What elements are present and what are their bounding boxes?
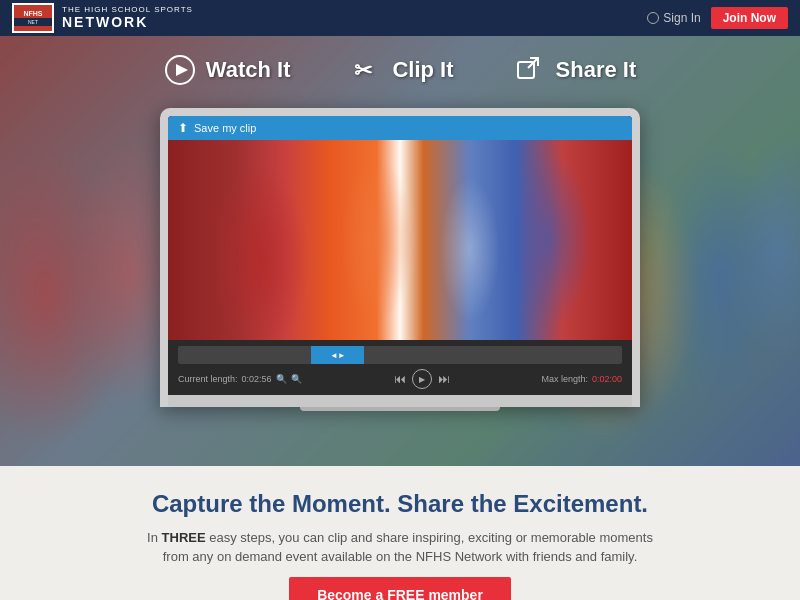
clip-icon: ✂: [350, 54, 382, 86]
play-icon: ▶: [419, 375, 425, 384]
desc-part2: easy steps, you can clip and share inspi…: [206, 530, 653, 545]
header-nav: Sign In Join Now: [647, 7, 788, 29]
zoom-out-icon[interactable]: 🔍: [291, 374, 302, 384]
join-now-button[interactable]: Join Now: [711, 7, 788, 29]
controls-right: Max length: 0:02:00: [541, 374, 622, 384]
site-name-bottom: NETWORK: [62, 14, 193, 31]
svg-text:✂: ✂: [354, 58, 373, 83]
watch-icon: [164, 54, 196, 86]
sign-in-button[interactable]: Sign In: [647, 11, 700, 25]
desc-bold: THREE: [162, 530, 206, 545]
step-share-label: Share It: [556, 57, 637, 83]
sign-in-label: Sign In: [663, 11, 700, 25]
save-clip-label: Save my clip: [194, 122, 256, 134]
step-watch-label: Watch It: [206, 57, 291, 83]
controls-center: ⏮ ▶ ⏭: [394, 369, 450, 389]
current-length-label: Current length:: [178, 374, 238, 384]
video-frame: [168, 140, 632, 340]
site-name-top: THE HIGH SCHOOL SPORTS: [62, 5, 193, 15]
video-toolbar: ⬆ Save my clip: [168, 116, 632, 140]
tagline: Capture the Moment. Share the Excitement…: [152, 490, 648, 518]
zoom-in-icon[interactable]: 🔍: [276, 374, 287, 384]
step-share: Share It: [514, 54, 637, 86]
laptop-base: [168, 395, 632, 407]
video-timeline: ◄► Current length: 0:02:56 🔍 🔍 ⏮: [168, 340, 632, 395]
svg-marker-1: [176, 64, 188, 76]
controls-left: Current length: 0:02:56 🔍 🔍: [178, 374, 302, 384]
rewind-icon[interactable]: ⏮: [394, 372, 406, 386]
logo-network: NET: [14, 18, 52, 26]
timeline-progress: ◄►: [311, 346, 364, 364]
video-controls: Current length: 0:02:56 🔍 🔍 ⏮ ▶ ⏭: [178, 369, 622, 389]
step-clip-label: Clip It: [392, 57, 453, 83]
step-watch: Watch It: [164, 54, 291, 86]
max-length-value: 0:02:00: [592, 374, 622, 384]
desc-line2: from any on demand event available on th…: [163, 549, 638, 564]
laptop-screen: ⬆ Save my clip ◄► Current length:: [168, 116, 632, 395]
logo-abbr: NFHS: [23, 10, 42, 17]
current-length-value: 0:02:56: [242, 374, 272, 384]
fast-forward-icon[interactable]: ⏭: [438, 372, 450, 386]
lower-section: Capture the Moment. Share the Excitement…: [0, 466, 800, 600]
cta-button[interactable]: Become a FREE member: [289, 577, 511, 601]
user-icon: [647, 12, 659, 24]
steps-bar: Watch It ✂ Clip It Share It: [0, 36, 800, 100]
max-length-label: Max length:: [541, 374, 588, 384]
header: NFHS NET THE HIGH SCHOOL SPORTS NETWORK …: [0, 0, 800, 36]
desc-part1: In: [147, 530, 161, 545]
hero-section: Watch It ✂ Clip It Share It: [0, 36, 800, 466]
timeline-bar[interactable]: ◄►: [178, 346, 622, 364]
laptop-wrapper: ⬆ Save my clip ◄► Current length:: [0, 100, 800, 407]
logo-area: NFHS NET THE HIGH SCHOOL SPORTS NETWORK: [12, 3, 193, 33]
upload-icon: ⬆: [178, 121, 188, 135]
site-name: THE HIGH SCHOOL SPORTS NETWORK: [62, 5, 193, 31]
step-clip: ✂ Clip It: [350, 54, 453, 86]
play-button[interactable]: ▶: [412, 369, 432, 389]
timeline-handle: ◄►: [330, 351, 346, 360]
share-icon: [514, 54, 546, 86]
laptop: ⬆ Save my clip ◄► Current length:: [160, 108, 640, 407]
logo-box: NFHS NET: [12, 3, 54, 33]
description: In THREE easy steps, you can clip and sh…: [147, 528, 653, 567]
